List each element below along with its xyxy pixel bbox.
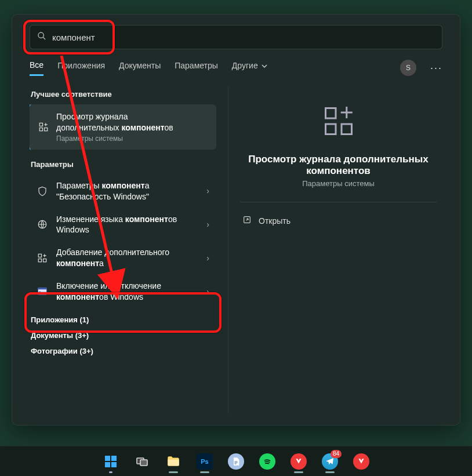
best-match-result[interactable]: Просмотр журнала дополнительных компонен… [30, 104, 216, 150]
svg-line-1 [43, 37, 45, 39]
chevron-right-icon: › [206, 186, 209, 197]
folder-icon [165, 453, 181, 470]
chevron-right-icon: › [206, 219, 209, 230]
settings-item-windows-features[interactable]: Включение или отключение компонентов Win… [30, 275, 216, 308]
globe-icon [37, 219, 48, 230]
category-documents[interactable]: Документы (3+) [31, 331, 215, 340]
taskbar-spotify[interactable] [255, 449, 280, 474]
tab-apps[interactable]: Приложения [57, 61, 105, 75]
svg-rect-12 [325, 124, 336, 135]
photoshop-icon: Ps [197, 453, 213, 470]
taskbar-task-view[interactable] [129, 449, 155, 474]
tab-more[interactable]: Другие [232, 61, 267, 75]
taskbar-telegram[interactable]: 84 [317, 449, 343, 474]
svg-rect-16 [105, 456, 110, 461]
taskbar-file-explorer[interactable] [161, 449, 186, 474]
document-icon [228, 453, 244, 470]
svg-rect-13 [342, 124, 352, 135]
best-match-title: Просмотр журнала дополнительных компонен… [56, 111, 173, 133]
category-apps[interactable]: Приложения (1) [31, 315, 215, 324]
svg-rect-19 [111, 462, 117, 467]
svg-rect-3 [39, 128, 42, 130]
settings-item-add-component[interactable]: Добавление дополнительного компонента › [30, 241, 216, 275]
preview-subtitle: Параметры системы [302, 179, 375, 188]
svg-rect-8 [43, 259, 46, 262]
vivaldi-icon [353, 453, 369, 470]
search-icon [37, 31, 46, 43]
more-options-button[interactable]: ··· [430, 62, 442, 74]
taskbar: Ps 84 [0, 446, 472, 476]
svg-rect-6 [38, 254, 41, 257]
svg-rect-18 [105, 462, 110, 467]
svg-rect-17 [111, 456, 117, 461]
results-panel: Лучшее соответствие Просмотр журнала доп… [30, 86, 216, 413]
notification-badge: 84 [331, 450, 342, 458]
window-checklist-icon [37, 286, 48, 297]
grid-plus-icon-large [321, 104, 356, 141]
vivaldi-icon [291, 453, 307, 470]
grid-plus-icon [38, 121, 49, 133]
best-match-subtitle: Параметры системы [56, 135, 173, 143]
settings-item-security[interactable]: Параметры компонента "Безопасность Windo… [30, 175, 216, 208]
settings-header: Параметры [31, 160, 216, 169]
taskbar-vivaldi-2[interactable] [348, 449, 374, 474]
task-view-icon [134, 453, 150, 470]
chevron-right-icon: › [206, 253, 209, 264]
svg-rect-11 [325, 108, 336, 119]
open-action[interactable]: Открыть [240, 209, 437, 232]
tab-documents[interactable]: Документы [119, 61, 161, 75]
best-match-header: Лучшее соответствие [31, 90, 216, 99]
taskbar-start-button[interactable] [98, 449, 124, 474]
windows-logo-icon [103, 453, 119, 470]
tab-settings[interactable]: Параметры [175, 61, 218, 75]
user-avatar[interactable]: S [400, 60, 416, 76]
preview-panel: Просмотр журнала дополнительных компонен… [228, 86, 442, 413]
chevron-right-icon: › [206, 286, 209, 297]
chevron-down-icon [262, 63, 267, 69]
search-input[interactable] [52, 32, 435, 42]
category-photos[interactable]: Фотографии (3+) [31, 347, 215, 355]
shield-icon [37, 186, 48, 197]
search-bar[interactable] [30, 25, 442, 49]
grid-plus-icon [37, 252, 48, 264]
svg-rect-2 [39, 123, 42, 126]
taskbar-vivaldi[interactable] [286, 449, 311, 474]
tab-all[interactable]: Все [30, 60, 43, 76]
svg-rect-7 [38, 259, 41, 262]
filter-tabs: Все Приложения Документы Параметры Други… [30, 60, 442, 76]
settings-item-language[interactable]: Изменение языка компонентов Windows › [30, 208, 216, 242]
svg-rect-4 [45, 128, 48, 130]
svg-rect-10 [38, 288, 47, 289]
open-icon [242, 215, 252, 226]
spotify-icon [259, 453, 275, 470]
preview-title: Просмотр журнала дополнительных компонен… [240, 154, 437, 177]
taskbar-word[interactable] [223, 449, 249, 474]
search-window: Все Приложения Документы Параметры Други… [12, 14, 460, 426]
svg-rect-21 [140, 460, 147, 466]
taskbar-photoshop[interactable]: Ps [192, 449, 217, 474]
svg-point-0 [38, 32, 43, 38]
